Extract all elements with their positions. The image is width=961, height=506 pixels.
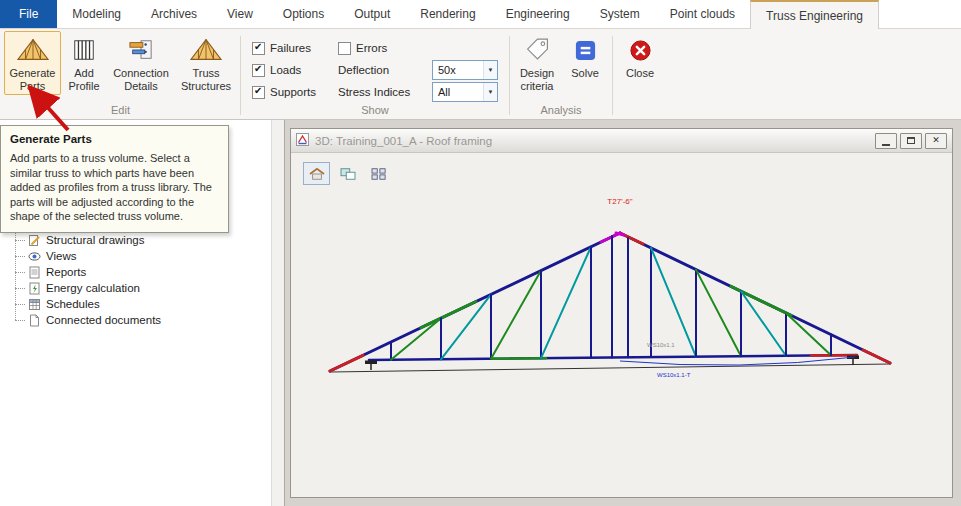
close-window-button[interactable]: ✕ (925, 133, 947, 149)
solve-icon (574, 35, 597, 65)
tab-options[interactable]: Options (268, 0, 339, 28)
report-icon (28, 266, 41, 279)
ribbon: Generate Parts Add Profile (0, 29, 961, 120)
close-icon: ✕ (932, 136, 940, 145)
show-group-label: Show (244, 103, 506, 119)
connection-icon (127, 35, 155, 65)
ribbon-group-edit: Generate Parts Add Profile (4, 31, 237, 119)
stress-indices-dropdown[interactable]: All ▼ (432, 82, 498, 102)
stress-indices-label: Stress Indices (338, 86, 424, 98)
truss-base-line (330, 364, 890, 372)
member-label-blue: WS10x1.1-T (657, 372, 691, 378)
supports-checkbox[interactable]: Supports (252, 86, 330, 99)
home-view-button[interactable] (303, 162, 330, 185)
tab-engineering[interactable]: Engineering (491, 0, 585, 28)
checkbox-checked[interactable] (252, 86, 265, 99)
views-icon (28, 250, 41, 263)
connection-details-button[interactable]: Connection Details (107, 31, 175, 95)
analysis-group-label: Analysis (513, 103, 609, 119)
supports-label: Supports (270, 86, 316, 98)
document-icon (28, 314, 41, 327)
solve-label: Solve (571, 67, 599, 80)
checkbox-unchecked[interactable] (338, 42, 351, 55)
tab-point-clouds[interactable]: Point clouds (655, 0, 750, 28)
checkbox-checked[interactable] (252, 42, 265, 55)
viewer-title: 3D: Training_001_A - Roof framing (315, 135, 492, 147)
tab-output[interactable]: Output (339, 0, 405, 28)
loads-checkbox[interactable]: Loads (252, 64, 330, 77)
tab-modeling[interactable]: Modeling (57, 0, 136, 28)
deflection-label: Deflection (338, 64, 424, 76)
drawing-icon (28, 234, 41, 247)
tooltip-title: Generate Parts (10, 133, 219, 145)
maximize-icon (907, 137, 915, 144)
checkbox-checked[interactable] (252, 64, 265, 77)
close-button[interactable]: Close (616, 31, 664, 83)
tree-item-label: Views (46, 250, 76, 262)
truss-icon (17, 35, 49, 65)
maximize-button[interactable] (900, 133, 922, 149)
truss-drawing: T27'-6" WS10x1.1 WS10x1.1-T (291, 187, 952, 497)
truss-chords (330, 233, 890, 371)
connection-details-label: Connection Details (110, 67, 172, 92)
tab-file[interactable]: File (0, 0, 57, 28)
truss-structures-label: Truss Structures (178, 67, 234, 92)
application-window: File Modeling Archives View Options Outp… (0, 0, 961, 506)
edit-group-label: Edit (4, 103, 237, 119)
add-profile-button[interactable]: Add Profile (61, 31, 107, 95)
truss-structures-button[interactable]: Truss Structures (175, 31, 237, 95)
tree-item-label: Connected documents (46, 314, 161, 326)
cascade-icon (339, 167, 357, 181)
ribbon-tab-bar: File Modeling Archives View Options Outp… (0, 0, 961, 29)
schedule-icon (28, 298, 41, 311)
tree-item-schedules[interactable]: Schedules (12, 296, 161, 312)
tree-item-energy-calculation[interactable]: Energy calculation (12, 280, 161, 296)
chevron-down-icon[interactable]: ▼ (483, 61, 497, 79)
group-separator (509, 36, 510, 115)
tree-item-label: Schedules (46, 298, 100, 310)
tab-system[interactable]: System (585, 0, 655, 28)
panel-scrollbar[interactable] (271, 120, 284, 506)
member-label-gray: WS10x1.1 (647, 342, 675, 348)
minimize-button[interactable] (875, 133, 897, 149)
model-canvas[interactable]: T27'-6" WS10x1.1 WS10x1.1-T (291, 187, 952, 497)
minimize-icon (882, 144, 890, 146)
failures-checkbox[interactable]: Failures (252, 42, 330, 55)
viewer-window: 3D: Training_001_A - Roof framing ✕ (290, 128, 953, 498)
tree-item-label: Structural drawings (46, 234, 144, 246)
group-separator (612, 36, 613, 115)
tree-item-views[interactable]: Views (12, 248, 161, 264)
ribbon-group-show: Failures Errors Loads Deflection 50x ▼ (244, 31, 506, 119)
deflection-dropdown[interactable]: 50x ▼ (432, 60, 498, 80)
tree-item-structural-drawings[interactable]: Structural drawings (12, 232, 161, 248)
tile-views-button[interactable] (365, 162, 392, 185)
generate-parts-button[interactable]: Generate Parts (4, 31, 61, 95)
truss-icon (190, 35, 222, 65)
solve-button[interactable]: Solve (561, 31, 609, 83)
tab-view[interactable]: View (212, 0, 268, 28)
ribbon-group-close: Close (616, 31, 664, 119)
tab-archives[interactable]: Archives (136, 0, 212, 28)
chevron-down-icon[interactable]: ▼ (483, 83, 497, 101)
deflection-value: 50x (438, 64, 456, 76)
failures-label: Failures (270, 42, 311, 54)
errors-checkbox[interactable]: Errors (338, 42, 424, 55)
add-profile-label: Add Profile (64, 67, 104, 92)
project-tree: Structural drawings Views (12, 232, 161, 328)
close-label: Close (626, 67, 654, 80)
tree-item-connected-documents[interactable]: Connected documents (12, 312, 161, 328)
tag-icon (524, 35, 551, 65)
tree-item-label: Energy calculation (46, 282, 140, 294)
tree-item-reports[interactable]: Reports (12, 264, 161, 280)
close-icon (629, 35, 652, 65)
group-separator (240, 36, 241, 115)
house-icon (308, 167, 326, 181)
ribbon-group-analysis: Design criteria Solve Analysis (513, 31, 609, 119)
tab-rendering[interactable]: Rendering (405, 0, 490, 28)
cascade-views-button[interactable] (334, 162, 361, 185)
tab-truss-engineering[interactable]: Truss Engineering (750, 0, 879, 29)
design-criteria-button[interactable]: Design criteria (513, 31, 561, 95)
viewer-titlebar[interactable]: 3D: Training_001_A - Roof framing ✕ (291, 129, 952, 153)
tree-item-label: Reports (46, 266, 86, 278)
generate-parts-tooltip: Generate Parts Add parts to a truss volu… (0, 125, 229, 233)
